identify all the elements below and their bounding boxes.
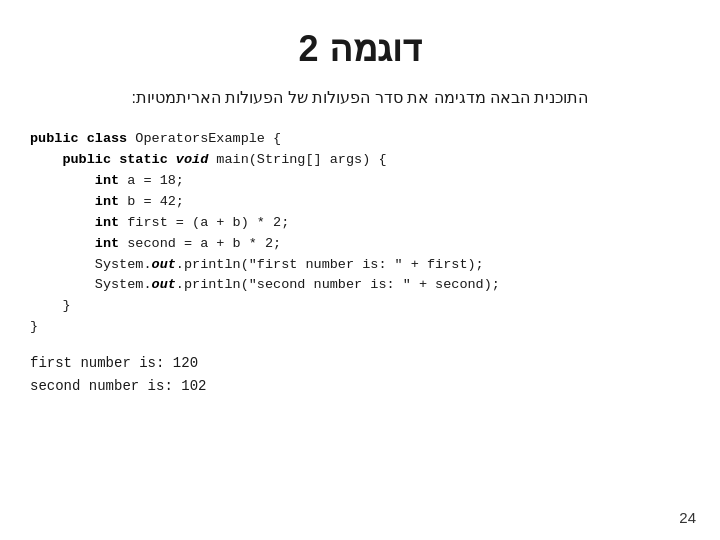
output-line2: second number is: 102 bbox=[30, 375, 720, 397]
page-number: 24 bbox=[679, 509, 696, 526]
output-section: first number is: 120 second number is: 1… bbox=[0, 352, 720, 397]
page-title: דוגמה 2 bbox=[0, 0, 720, 88]
code-block: public class OperatorsExample { public s… bbox=[0, 129, 720, 338]
subtitle: התוכנית הבאה מדגימה את סדר הפעולות של הפ… bbox=[0, 88, 720, 107]
output-line1: first number is: 120 bbox=[30, 352, 720, 374]
